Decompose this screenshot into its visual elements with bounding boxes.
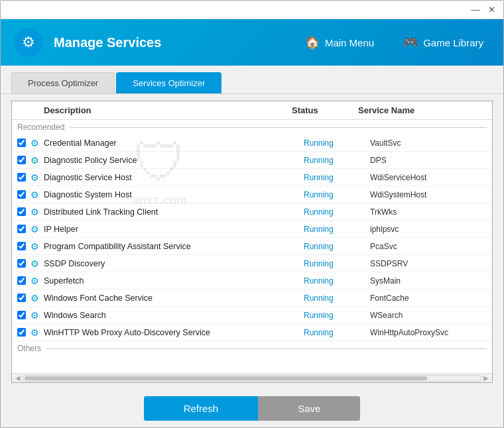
row-description: Superfetch: [41, 276, 304, 286]
row-description: Diagnostic Policy Service: [41, 156, 304, 165]
footer: Refresh Save: [1, 390, 503, 427]
row-checkbox-cell[interactable]: [15, 259, 28, 268]
row-status: Running: [304, 207, 370, 217]
row-status: Running: [304, 225, 370, 234]
game-library-label: Game Library: [423, 37, 483, 48]
minimize-button[interactable]: —: [469, 3, 482, 17]
main-window: — ✕ ⚙ Manage Services 🏠 Main Menu 🎮 Game…: [0, 0, 504, 428]
service-checkbox[interactable]: [17, 190, 26, 199]
table-row[interactable]: ⚙Program Compatibility Assistant Service…: [12, 238, 492, 255]
table-row[interactable]: ⚙Diagnostic Policy ServiceRunningDPS: [12, 152, 492, 169]
row-checkbox-cell[interactable]: [15, 173, 28, 182]
row-checkbox-cell[interactable]: [15, 242, 28, 250]
row-checkbox-cell[interactable]: [15, 294, 28, 302]
row-status: Running: [304, 328, 370, 337]
scroll-left-btn[interactable]: ◀: [13, 374, 23, 382]
service-checkbox[interactable]: [17, 328, 26, 337]
service-checkbox[interactable]: [17, 259, 26, 268]
gear-icon: ⚙: [28, 293, 41, 303]
game-library-button[interactable]: 🎮 Game Library: [397, 31, 490, 54]
h-scroll-thumb: [25, 376, 427, 380]
service-checkbox[interactable]: [17, 276, 26, 285]
gear-icon: ⚙: [28, 172, 41, 183]
horizontal-scrollbar[interactable]: ◀ ▶: [12, 373, 492, 382]
row-status: Running: [304, 311, 370, 320]
section-label: Others: [12, 341, 492, 356]
row-service-name: WdiSystemHost: [370, 190, 489, 199]
row-description: SSDP Discovery: [41, 259, 304, 268]
table-row[interactable]: ⚙Diagnostic System HostRunningWdiSystemH…: [12, 186, 492, 203]
service-checkbox[interactable]: [17, 173, 26, 182]
service-checkbox[interactable]: [17, 225, 26, 233]
gear-icon: ⚙: [28, 310, 41, 321]
app-title: Manage Services: [54, 35, 288, 50]
gear-icon: ⚙: [28, 155, 41, 166]
row-description: Distributed Link Tracking Client: [41, 207, 304, 217]
app-icon: ⚙: [14, 28, 43, 57]
table-row[interactable]: ⚙WinHTTP Web Proxy Auto-Discovery Servic…: [12, 324, 492, 341]
service-checkbox[interactable]: [17, 294, 26, 302]
refresh-button[interactable]: Refresh: [144, 396, 259, 421]
service-checkbox[interactable]: [17, 242, 26, 250]
row-service-name: SSDPSRV: [370, 259, 489, 268]
col-header-status: Status: [292, 105, 358, 115]
table-row[interactable]: ⚙Distributed Link Tracking ClientRunning…: [12, 203, 492, 221]
row-checkbox-cell[interactable]: [15, 138, 28, 147]
table-row[interactable]: ⚙Windows Font Cache ServiceRunningFontCa…: [12, 290, 492, 307]
table-row[interactable]: ⚙IP HelperRunningiphlpsvc: [12, 221, 492, 238]
row-status: Running: [304, 259, 370, 268]
row-description: Credential Manager: [41, 138, 304, 148]
tabs-bar: Process Optimizer Services Optimizer: [1, 66, 503, 94]
close-button[interactable]: ✕: [485, 3, 498, 17]
row-status: Running: [304, 276, 370, 286]
service-checkbox[interactable]: [17, 311, 26, 319]
row-checkbox-cell[interactable]: [15, 328, 28, 337]
header-nav: 🏠 Main Menu 🎮 Game Library: [298, 31, 490, 54]
row-service-name: SysMain: [370, 276, 489, 286]
service-checkbox[interactable]: [17, 207, 26, 216]
row-checkbox-cell[interactable]: [15, 156, 28, 164]
row-service-name: VaultSvc: [370, 138, 489, 148]
row-checkbox-cell[interactable]: [15, 207, 28, 216]
gear-icon: ⚙: [28, 207, 41, 217]
row-status: Running: [304, 190, 370, 199]
row-status: Running: [304, 156, 370, 165]
col-header-description: Description: [15, 105, 292, 115]
row-checkbox-cell[interactable]: [15, 276, 28, 285]
row-description: Windows Font Cache Service: [41, 294, 304, 303]
section-label: Recomended: [12, 120, 492, 134]
row-checkbox-cell[interactable]: [15, 190, 28, 199]
row-status: Running: [304, 294, 370, 303]
row-description: Diagnostic System Host: [41, 190, 304, 199]
row-description: Windows Search: [41, 311, 304, 320]
service-checkbox[interactable]: [17, 156, 26, 164]
row-status: Running: [304, 173, 370, 182]
table-header: Description Status Service Name: [12, 101, 492, 120]
home-icon: 🏠: [305, 35, 320, 50]
table-row[interactable]: ⚙Credential ManagerRunningVaultSvc: [12, 134, 492, 152]
table-row[interactable]: ⚙Diagnostic Service HostRunningWdiServic…: [12, 169, 492, 186]
header: ⚙ Manage Services 🏠 Main Menu 🎮 Game Lib…: [1, 19, 503, 66]
row-service-name: FontCache: [370, 294, 489, 303]
row-service-name: TrkWks: [370, 207, 489, 217]
table-row[interactable]: ⚙SSDP DiscoveryRunningSSDPSRV: [12, 255, 492, 272]
service-checkbox[interactable]: [17, 138, 26, 147]
row-checkbox-cell[interactable]: [15, 225, 28, 233]
row-description: IP Helper: [41, 225, 304, 234]
gear-icon: ⚙: [28, 327, 41, 338]
save-button[interactable]: Save: [258, 396, 360, 421]
table-body[interactable]: Recomended⚙Credential ManagerRunningVaul…: [12, 120, 492, 373]
tab-services-optimizer[interactable]: Services Optimizer: [116, 72, 221, 93]
gear-icon: ⚙: [28, 241, 41, 252]
scroll-right-btn[interactable]: ▶: [481, 374, 491, 382]
main-menu-button[interactable]: 🏠 Main Menu: [298, 31, 381, 54]
services-table: Description Status Service Name Recomend…: [11, 101, 493, 383]
row-checkbox-cell[interactable]: [15, 311, 28, 319]
main-menu-label: Main Menu: [325, 37, 374, 48]
gamepad-icon: 🎮: [403, 35, 418, 50]
gear-icon: ⚙: [28, 224, 41, 235]
tab-process-optimizer[interactable]: Process Optimizer: [11, 72, 115, 93]
table-row[interactable]: ⚙SuperfetchRunningSysMain: [12, 272, 492, 290]
table-row[interactable]: ⚙Windows SearchRunningWSearch: [12, 307, 492, 324]
row-service-name: WSearch: [370, 311, 489, 320]
